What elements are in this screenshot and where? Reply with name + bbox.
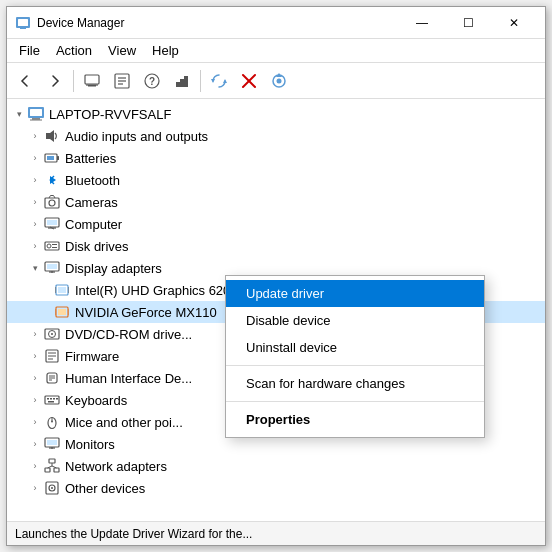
svg-rect-86 [54, 468, 59, 472]
bluetooth-expand-icon[interactable]: › [27, 172, 43, 188]
properties-button[interactable] [108, 67, 136, 95]
keyboards-label: Keyboards [65, 393, 127, 408]
network-expand-icon[interactable]: › [27, 458, 43, 474]
svg-marker-16 [223, 79, 227, 83]
ctx-properties[interactable]: Properties [226, 406, 484, 433]
device-manager-window: Device Manager — ☐ ✕ File Action View He… [6, 6, 546, 546]
tree-disk[interactable]: › Disk drives [7, 235, 545, 257]
other-label: Other devices [65, 481, 145, 496]
mice-expand-icon[interactable]: › [27, 414, 43, 430]
tree-audio[interactable]: › Audio inputs and outputs [7, 125, 545, 147]
scan-button[interactable] [205, 67, 233, 95]
disk-expand-icon[interactable]: › [27, 238, 43, 254]
audio-expand-icon[interactable]: › [27, 128, 43, 144]
tree-network[interactable]: › Network adapters [7, 455, 545, 477]
hid-label: Human Interface De... [65, 371, 192, 386]
keyboard-icon [43, 391, 61, 409]
close-button[interactable]: ✕ [491, 7, 537, 39]
nvidia-label: NVIDIA GeForce MX110 [75, 305, 217, 320]
svg-rect-53 [58, 309, 66, 315]
delete-button[interactable] [235, 67, 263, 95]
hid-icon [43, 369, 61, 387]
refresh-button[interactable] [265, 67, 293, 95]
status-bar: Launches the Update Driver Wizard for th… [7, 521, 545, 545]
svg-rect-84 [49, 459, 55, 463]
tree-bluetooth[interactable]: › Bluetooth [7, 169, 545, 191]
batteries-expand-icon[interactable]: › [27, 150, 43, 166]
svg-rect-28 [47, 156, 54, 160]
title-bar: Device Manager — ☐ ✕ [7, 7, 545, 39]
svg-rect-74 [53, 398, 55, 400]
tree-other[interactable]: › Other devices [7, 477, 545, 499]
svg-rect-2 [20, 27, 26, 29]
bluetooth-label: Bluetooth [65, 173, 120, 188]
display-label: Display adapters [65, 261, 162, 276]
tree-root[interactable]: ▾ LAPTOP-RVVFSALF [7, 103, 545, 125]
mouse-icon [43, 413, 61, 431]
svg-marker-26 [46, 130, 54, 142]
help-button[interactable]: ? [138, 67, 166, 95]
svg-rect-85 [45, 468, 50, 472]
ctx-scan-hardware[interactable]: Scan for hardware changes [226, 370, 484, 397]
tree-cameras[interactable]: › Cameras [7, 191, 545, 213]
status-text: Launches the Update Driver Wizard for th… [15, 527, 252, 541]
svg-marker-15 [211, 79, 215, 83]
intel-label: Intel(R) UHD Graphics 620 [75, 283, 230, 298]
minimize-button[interactable]: — [399, 7, 445, 39]
firmware-expand-icon[interactable]: › [27, 348, 43, 364]
monitors-label: Monitors [65, 437, 115, 452]
menu-view[interactable]: View [100, 41, 144, 60]
maximize-button[interactable]: ☐ [445, 7, 491, 39]
svg-rect-14 [184, 76, 188, 87]
other-expand-icon[interactable]: › [27, 480, 43, 496]
network-label: Network adapters [65, 459, 167, 474]
tree-computer[interactable]: › Computer [7, 213, 545, 235]
window-controls: — ☐ ✕ [399, 7, 537, 39]
monitor-icon [43, 435, 61, 453]
window-title: Device Manager [37, 16, 399, 30]
computer-tree-icon [43, 215, 61, 233]
camera-icon [43, 193, 61, 211]
ctx-update-driver[interactable]: Update driver [226, 280, 484, 307]
disk-icon [43, 237, 61, 255]
computer-label: Computer [65, 217, 122, 232]
computer-icon [27, 105, 45, 123]
forward-button[interactable] [41, 67, 69, 95]
monitors-expand-icon[interactable]: › [27, 436, 43, 452]
hid-expand-icon[interactable]: › [27, 370, 43, 386]
network-button[interactable] [168, 67, 196, 95]
context-menu: Update driver Disable device Uninstall d… [225, 275, 485, 438]
bluetooth-icon [43, 171, 61, 189]
ctx-uninstall-device[interactable]: Uninstall device [226, 334, 484, 361]
svg-rect-1 [18, 19, 28, 26]
menu-action[interactable]: Action [48, 41, 100, 60]
svg-point-79 [51, 421, 53, 423]
svg-rect-75 [56, 398, 58, 400]
cameras-label: Cameras [65, 195, 118, 210]
svg-text:?: ? [149, 76, 155, 87]
svg-rect-23 [30, 109, 42, 116]
disk-label: Disk drives [65, 239, 129, 254]
root-expand-icon[interactable]: ▾ [11, 106, 27, 122]
audio-icon [43, 127, 61, 145]
display-expand-icon[interactable]: ▾ [27, 260, 43, 276]
keyboards-expand-icon[interactable]: › [27, 392, 43, 408]
cameras-expand-icon[interactable]: › [27, 194, 43, 210]
svg-rect-76 [48, 401, 54, 403]
computer-expand-icon[interactable]: › [27, 216, 43, 232]
dvd-expand-icon[interactable]: › [27, 326, 43, 342]
back-button[interactable] [11, 67, 39, 95]
gpu-icon [53, 281, 71, 299]
menu-help[interactable]: Help [144, 41, 187, 60]
tree-batteries[interactable]: › Batteries [7, 147, 545, 169]
svg-rect-3 [85, 75, 99, 84]
menu-file[interactable]: File [11, 41, 48, 60]
root-label: LAPTOP-RVVFSALF [49, 107, 171, 122]
svg-point-20 [277, 78, 282, 83]
computer-button[interactable] [78, 67, 106, 95]
ctx-separator-2 [226, 401, 484, 402]
svg-point-92 [51, 487, 53, 489]
dvd-icon [43, 325, 61, 343]
ctx-disable-device[interactable]: Disable device [226, 307, 484, 334]
svg-rect-72 [47, 398, 49, 400]
